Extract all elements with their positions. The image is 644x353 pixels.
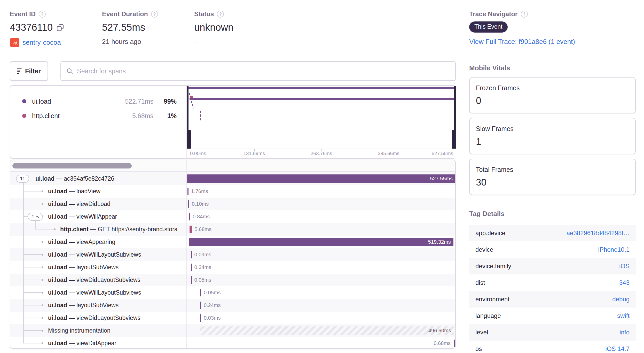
span-children-toggle[interactable]: 11 [16, 175, 29, 183]
span-description: ui.load — viewWillLayoutSubviews [48, 248, 141, 261]
span-search [60, 61, 456, 81]
legend-duration: 522.71ms [125, 98, 153, 105]
tag-value-link[interactable]: swift [617, 312, 630, 319]
tree-connector-line [23, 343, 42, 343]
span-row-bar-cell: 0.68ms [187, 337, 455, 349]
vital-value: 0 [476, 95, 629, 106]
span-row[interactable]: ui.load — viewAppearing519.32ms [10, 236, 455, 248]
span-row[interactable]: 1ui.load — viewWillAppear0.84ms [10, 210, 455, 223]
span-description: ui.load — viewDidLayoutSubviews [48, 274, 140, 286]
span-row-bar-cell: 0.09ms [187, 248, 455, 261]
span-description: ui.load — loadView [48, 185, 100, 198]
help-icon[interactable]: ? [217, 11, 224, 18]
span-row[interactable]: ui.load — viewDidAppear0.68ms [10, 337, 455, 349]
span-row[interactable]: ui.load — layoutSubViews0.24ms [10, 299, 455, 312]
copy-icon[interactable] [56, 24, 64, 32]
span-row[interactable]: ui.load — viewDidLayoutSubviews0.03ms [10, 312, 455, 324]
span-row[interactable]: ui.load — layoutSubViews0.34ms [10, 261, 455, 274]
tag-key: device.family [475, 263, 511, 270]
mobile-vitals-cards: Frozen Frames0Slow Frames1Total Frames30 [469, 77, 636, 199]
missing-instrumentation-bar: 496.60ms [200, 326, 454, 335]
span-row-tree-cell: Missing instrumentation [10, 324, 187, 337]
minimap-panel: ui.load522.71ms99%http.client5.68ms1% 0.… [10, 85, 456, 159]
tag-value-link[interactable]: ae3829618d484298f… [567, 229, 630, 237]
span-duration-tick [191, 276, 192, 284]
span-name: viewDidAppear [76, 340, 116, 347]
vital-value: 1 [476, 136, 629, 147]
span-row[interactable]: http.client — GET https://sentry-brand.s… [10, 223, 455, 236]
minimap-handle-grip[interactable] [452, 130, 456, 149]
span-row[interactable]: ui.load — viewWillLayoutSubviews0.09ms [10, 248, 455, 261]
span-duration-label: 0.05ms [204, 286, 221, 299]
span-duration-bar: 527.55ms [187, 174, 455, 183]
tag-row: languageswift [469, 308, 636, 324]
span-duration-tick [191, 251, 192, 258]
span-op: ui.load — [48, 314, 76, 321]
span-row[interactable]: 11ui.load — ac354af5e82c4726527.55ms [10, 172, 455, 185]
project-link[interactable]: sentry-cocoa [22, 39, 61, 47]
span-row-tree-cell: 11ui.load — ac354af5e82c4726 [10, 172, 187, 185]
span-name: layoutSubViews [76, 264, 119, 271]
tree-connector-dot [42, 304, 43, 306]
status-value: unknown [194, 22, 233, 33]
span-row-bar-cell: 0.05ms [187, 286, 455, 299]
search-input[interactable] [77, 67, 450, 75]
span-row-bar-cell: 0.24ms [187, 299, 455, 312]
tag-value-link[interactable]: 343 [619, 279, 630, 286]
minimap-handle-grip[interactable] [187, 130, 191, 149]
minimap-span-bar [187, 87, 456, 89]
vital-label: Total Frames [476, 166, 629, 173]
swift-icon [10, 38, 19, 47]
tree-trunk-line [23, 183, 24, 343]
span-row-tree-cell: ui.load — viewDidLoad [10, 198, 187, 210]
tree-connector-dot [42, 342, 43, 344]
span-duration-bar: 519.32ms [189, 238, 453, 246]
legend-item[interactable]: http.client5.68ms1% [10, 111, 186, 121]
span-row[interactable]: ui.load — loadView1.76ms [10, 185, 455, 198]
span-row-tree-cell: ui.load — loadView [10, 185, 187, 198]
tree-connector-line [23, 242, 42, 242]
event-duration-block: Event Duration ? 527.55ms 21 hours ago [102, 10, 158, 46]
tag-value-link[interactable]: iOS [619, 263, 630, 270]
span-row-bar-cell: 527.55ms [187, 172, 455, 185]
minimap-span-mark [191, 101, 192, 103]
span-op: ui.load — [48, 251, 76, 258]
minimap-chart[interactable] [187, 86, 456, 149]
filter-button[interactable]: Filter [10, 61, 48, 81]
span-duration-tick [190, 226, 192, 233]
span-row[interactable]: ui.load — viewDidLayoutSubviews0.05ms [10, 274, 455, 286]
tag-row: device.familyiOS [469, 258, 636, 274]
axis-tick-label: 131.89ms [244, 151, 265, 156]
span-row[interactable]: Missing instrumentation496.60ms [10, 324, 455, 337]
tree-connector-line [23, 280, 42, 280]
help-icon[interactable]: ? [39, 11, 46, 18]
span-row-tree-cell: 1ui.load — viewWillAppear [10, 210, 187, 223]
span-row[interactable]: ui.load — viewDidLoad0.10ms [10, 198, 455, 210]
minimap-legend: ui.load522.71ms99%http.client5.68ms1% [10, 86, 187, 158]
tree-connector-line [23, 292, 42, 293]
span-op: ui.load — [48, 201, 76, 207]
horizontal-scrollbar[interactable] [12, 163, 132, 168]
span-name: viewDidLayoutSubviews [76, 314, 140, 321]
tag-value-link[interactable]: iPhone10,1 [598, 246, 630, 253]
span-duration-tick [200, 302, 201, 309]
span-row-tree-cell: ui.load — viewDidAppear [10, 337, 187, 349]
span-duration-label: 496.60ms [428, 328, 451, 334]
span-name: viewDidLayoutSubviews [76, 277, 140, 283]
help-icon[interactable]: ? [151, 11, 158, 18]
tree-connector-dot [42, 254, 43, 256]
tag-row: environmentdebug [469, 291, 636, 308]
minimap-span-mark [200, 114, 201, 117]
event-id-block: Event ID ? 43376110 sentry-cocoa [10, 10, 64, 47]
tag-key: app.device [475, 229, 505, 237]
tag-value-link[interactable]: info [619, 329, 630, 336]
span-name: Missing instrumentation [48, 327, 111, 334]
search-icon [66, 67, 73, 75]
legend-item[interactable]: ui.load522.71ms99% [10, 96, 186, 106]
span-row-bar-cell: 0.10ms [187, 198, 455, 210]
span-description: ui.load — layoutSubViews [48, 261, 119, 274]
span-row[interactable]: ui.load — viewWillLayoutSubviews0.05ms [10, 286, 455, 299]
span-children-toggle[interactable]: 1 [28, 213, 43, 221]
tag-value-link[interactable]: iOS 14.7 [606, 345, 630, 352]
tag-value-link[interactable]: debug [612, 296, 630, 303]
